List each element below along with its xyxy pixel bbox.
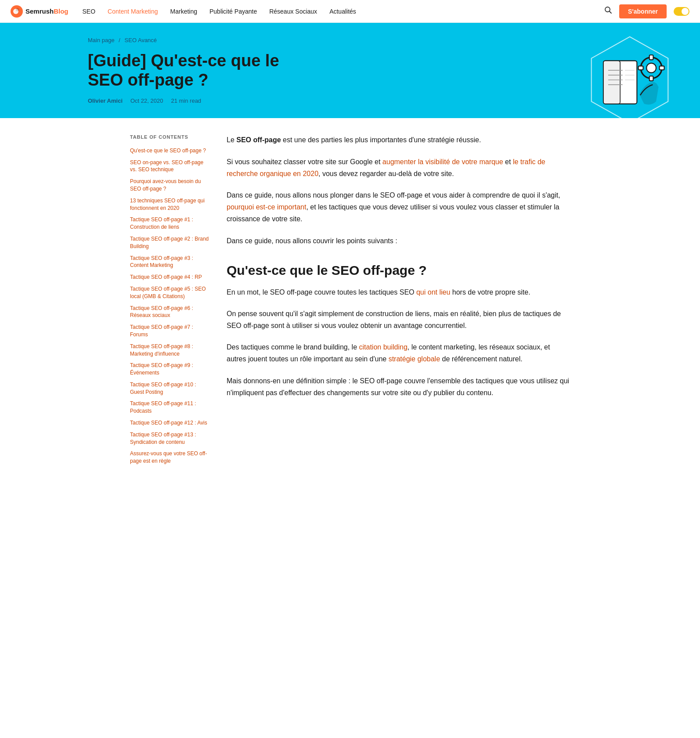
augmenter-link[interactable]: augmenter la visibilité de votre marque (382, 158, 503, 166)
toc-link-9[interactable]: Tactique SEO off-page #5 : SEO local (GM… (130, 286, 206, 299)
toc-link-7[interactable]: Tactique SEO off-page #3 : Content Marke… (130, 255, 193, 269)
section2-p2: On pense souvent qu'il s'agit simplement… (227, 308, 570, 331)
toc-link-17[interactable]: Tactique SEO off-page #13 : Syndication … (130, 432, 196, 445)
svg-rect-19 (639, 66, 643, 70)
nav-links: SEO Content Marketing Marketing Publicit… (83, 8, 605, 15)
read-time: 21 min read (171, 97, 201, 104)
hero-content: [Guide] Qu'est-ce que le SEO off-page ? … (88, 51, 307, 104)
svg-point-16 (646, 63, 656, 73)
strategie-link[interactable]: stratégie globale (389, 355, 440, 363)
toc-link-16[interactable]: Tactique SEO off-page #12 : Avis (130, 420, 207, 426)
toc-item: Tactique SEO off-page #1 : Construction … (130, 216, 209, 231)
toc-link-6[interactable]: Tactique SEO off-page #2 : Brand Buildin… (130, 236, 209, 249)
toc-link-18[interactable]: Assurez-vous que votre SEO off-page est … (130, 450, 207, 464)
toc-item: 13 techniques SEO off-page qui fonctionn… (130, 197, 209, 212)
main-layout: TABLE OF CONTENTS Qu'est-ce que le SEO o… (119, 118, 581, 496)
citation-link[interactable]: citation building (359, 343, 408, 351)
intro-p3: Dans ce guide, nous allons nous plonger … (227, 189, 570, 225)
toc-item: Tactique SEO off-page #11 : Podcasts (130, 400, 209, 415)
toc-item: Tactique SEO off-page #10 : Guest Postin… (130, 381, 209, 396)
toc-link-5[interactable]: Tactique SEO off-page #1 : Construction … (130, 216, 193, 230)
nav-publicite[interactable]: Publicité Payante (209, 8, 257, 15)
intro-p1: Le SEO off-page est une des parties les … (227, 134, 570, 146)
toc-item: Tactique SEO off-page #6 : Réseaux socia… (130, 305, 209, 320)
section2-title: Qu'est-ce que le SEO off-page ? (227, 263, 570, 278)
toc-item: Tactique SEO off-page #3 : Content Marke… (130, 255, 209, 270)
nav-actualites[interactable]: Actualités (329, 8, 356, 15)
search-icon (604, 6, 612, 14)
intro-p2: Si vous souhaitez classer votre site sur… (227, 156, 570, 180)
seo-offpage-bold: SEO off-page (236, 136, 281, 144)
toc-link-1[interactable]: Qu'est-ce que le SEO off-page ? (130, 148, 206, 154)
breadcrumb-separator: / (119, 37, 120, 43)
toc-item: Tactique SEO off-page #9 : Événements (130, 362, 209, 377)
nav-content-marketing[interactable]: Content Marketing (108, 8, 158, 15)
svg-rect-18 (649, 76, 653, 81)
semrush-logo-icon (11, 5, 23, 18)
toc-item: Assurez-vous que votre SEO off-page est … (130, 450, 209, 465)
toc-link-14[interactable]: Tactique SEO off-page #10 : Guest Postin… (130, 382, 196, 395)
toc-item: Tactique SEO off-page #13 : Syndication … (130, 431, 209, 446)
article-title: [Guide] Qu'est-ce que le SEO off-page ? (88, 51, 307, 90)
toc-link-3[interactable]: Pourquoi avez-vous besoin du SEO off-pag… (130, 178, 201, 192)
toc-link-15[interactable]: Tactique SEO off-page #11 : Podcasts (130, 400, 196, 414)
nav-right: S'abonner (604, 4, 689, 18)
subscribe-button[interactable]: S'abonner (619, 4, 667, 18)
toc-item: Pourquoi avez-vous besoin du SEO off-pag… (130, 178, 209, 193)
hero-section: Main page / SEO Avancé [Guide] Qu'est-ce… (0, 23, 700, 118)
toc-item: Tactique SEO off-page #12 : Avis (130, 419, 209, 427)
logo-link[interactable]: Semrush Blog (11, 5, 69, 18)
toc-link-2[interactable]: SEO on-page vs. SEO off-page vs. SEO tec… (130, 159, 203, 173)
search-button[interactable] (604, 6, 612, 16)
toc-list: Qu'est-ce que le SEO off-page ?SEO on-pa… (130, 147, 209, 465)
section2-p1: En un mot, le SEO off-page couvre toutes… (227, 286, 570, 298)
breadcrumb-current[interactable]: SEO Avancé (125, 37, 157, 43)
svg-rect-7 (603, 61, 620, 104)
article-date: Oct 22, 2020 (130, 97, 163, 104)
logo-semrush: Semrush (25, 7, 54, 15)
author-link[interactable]: Olivier Amici (88, 97, 123, 104)
toc-item: Tactique SEO off-page #7 : Forums (130, 324, 209, 338)
toc-item: SEO on-page vs. SEO off-page vs. SEO tec… (130, 159, 209, 174)
breadcrumb-main[interactable]: Main page (88, 37, 115, 43)
nav-seo[interactable]: SEO (83, 8, 96, 15)
section2-p3: Des tactiques comme le brand building, l… (227, 341, 570, 365)
toc-link-12[interactable]: Tactique SEO off-page #8 : Marketing d'i… (130, 343, 193, 357)
svg-rect-17 (649, 55, 653, 60)
nav-reseaux[interactable]: Réseaux Sociaux (269, 8, 317, 15)
qui-ont-lieu-link[interactable]: qui ont lieu (416, 288, 450, 296)
toc-item: Tactique SEO off-page #2 : Brand Buildin… (130, 235, 209, 250)
toc-item: Tactique SEO off-page #4 : RP (130, 274, 209, 281)
hero-illustration (577, 32, 682, 118)
toc-link-10[interactable]: Tactique SEO off-page #6 : Réseaux socia… (130, 305, 193, 319)
toc-link-4[interactable]: 13 techniques SEO off-page qui fonctionn… (130, 198, 205, 211)
toc-link-13[interactable]: Tactique SEO off-page #9 : Événements (130, 362, 193, 376)
nav-marketing[interactable]: Marketing (170, 8, 197, 15)
svg-rect-20 (660, 66, 664, 70)
toc-item: Qu'est-ce que le SEO off-page ? (130, 147, 209, 155)
toc-title: TABLE OF CONTENTS (130, 134, 209, 140)
section2-p4: Mais donnons-en une définition simple : … (227, 375, 570, 399)
toc-link-11[interactable]: Tactique SEO off-page #7 : Forums (130, 324, 193, 338)
article-content: Le SEO off-page est une des parties les … (227, 134, 570, 469)
toc-link-8[interactable]: Tactique SEO off-page #4 : RP (130, 274, 202, 280)
hero-meta: Olivier Amici Oct 22, 2020 21 min read (88, 97, 307, 104)
logo-blog: Blog (54, 7, 68, 15)
intro-p4: Dans ce guide, nous allons couvrir les p… (227, 235, 570, 247)
theme-toggle[interactable] (674, 7, 689, 16)
toc-item: Tactique SEO off-page #8 : Marketing d'i… (130, 343, 209, 358)
toc-item: Tactique SEO off-page #5 : SEO local (GM… (130, 285, 209, 300)
svg-point-2 (16, 8, 19, 11)
navigation: Semrush Blog SEO Content Marketing Marke… (0, 0, 700, 23)
table-of-contents: TABLE OF CONTENTS Qu'est-ce que le SEO o… (130, 134, 209, 469)
pourquoi-link[interactable]: pourquoi est-ce important (227, 203, 306, 211)
svg-line-4 (610, 11, 612, 14)
